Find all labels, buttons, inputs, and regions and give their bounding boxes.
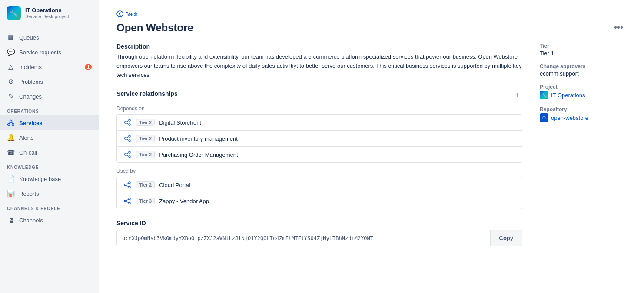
sidebar-item-service-requests[interactable]: 💬 Service requests <box>0 45 99 59</box>
sidebar-item-alerts[interactable]: 🔔 Alerts <box>0 130 99 145</box>
sidebar-label-knowledge-base: Knowledge base <box>19 176 61 182</box>
sidebar-label-queues: Queues <box>19 34 39 41</box>
tier-label: Tier <box>540 43 627 49</box>
sidebar-item-on-call[interactable]: ☎ On-call <box>0 145 99 160</box>
svg-point-13 <box>129 140 130 142</box>
service-row[interactable]: Tier 2 Product inventory management <box>117 131 522 147</box>
description-text: Through open-platform flexibility and ex… <box>116 53 522 79</box>
sidebar-label-services: Services <box>19 120 43 126</box>
sidebar-label-changes: Changes <box>19 93 42 100</box>
svg-line-15 <box>126 139 129 140</box>
service-row[interactable]: Tier 3 Zappy - Vendor App <box>117 193 522 209</box>
svg-point-23 <box>129 186 130 188</box>
svg-point-28 <box>129 202 130 204</box>
svg-point-8 <box>129 124 130 125</box>
svg-point-5 <box>117 11 123 17</box>
used-by-group: Used by Tier 2 Cloud Portal <box>116 168 522 209</box>
repository-name: open-webstore <box>551 115 588 121</box>
more-options-button[interactable]: ••• <box>611 21 627 34</box>
change-approvers-meta: Change approvers ecomm support <box>540 63 627 77</box>
content-left: Description Through open-platform flexib… <box>116 43 522 246</box>
service-id-title: Service ID <box>116 220 522 227</box>
sidebar-nav: ▦ Queues 💬 Service requests △ Incidents … <box>0 26 99 231</box>
sidebar-label-on-call: On-call <box>19 149 37 156</box>
share-icon-2 <box>123 151 132 158</box>
share-icon-3 <box>123 181 132 188</box>
problems-icon: ⊘ <box>7 78 15 86</box>
project-link[interactable]: 🔧 IT Operations <box>540 91 627 99</box>
add-relationship-button[interactable]: + <box>512 90 522 100</box>
service-id-section: Service ID b:YXJpOmNsb3VkOmdyYXBoOjpzZXJ… <box>116 220 522 246</box>
incidents-badge: 1 <box>85 64 92 70</box>
main-content: Back Open Webstore ••• Description Throu… <box>99 0 644 293</box>
channels-section-label: CHANNELS & PEOPLE <box>0 201 99 213</box>
svg-line-14 <box>126 137 129 138</box>
depends-on-label: Depends on <box>116 105 522 112</box>
sidebar-label-incidents: Incidents <box>19 64 42 70</box>
service-tier-4: Tier 3 <box>136 198 155 204</box>
project-label: Project <box>540 84 627 90</box>
reports-icon: 📊 <box>7 190 15 198</box>
knowledge-section-label: KNOWLEDGE <box>0 160 99 171</box>
used-by-label: Used by <box>116 168 522 174</box>
repository-meta: Repository ⬡ open-webstore <box>540 106 627 122</box>
tier-value: Tier 1 <box>540 50 627 56</box>
project-avatar: 🔧 <box>540 91 548 99</box>
svg-line-4 <box>11 122 13 124</box>
service-row[interactable]: Tier 2 Purchasing Order Management <box>117 147 522 162</box>
svg-line-10 <box>126 123 129 124</box>
knowledge-base-icon: 📄 <box>7 175 15 183</box>
sidebar-label-channels: Channels <box>19 217 43 224</box>
copy-button[interactable]: Copy <box>490 230 522 246</box>
sidebar-item-reports[interactable]: 📊 Reports <box>0 186 99 201</box>
svg-point-0 <box>10 120 12 122</box>
repository-link[interactable]: ⬡ open-webstore <box>540 113 627 122</box>
depends-on-group: Depends on Tier 2 Digital Storefront <box>116 105 522 163</box>
svg-point-26 <box>129 198 130 200</box>
service-relationships-header: Service relationships + <box>116 90 522 100</box>
on-call-icon: ☎ <box>7 148 15 156</box>
sidebar-item-incidents[interactable]: △ Incidents 1 <box>0 59 99 74</box>
svg-point-7 <box>124 122 126 123</box>
share-icon-1 <box>123 135 132 142</box>
project-name: IT Operations <box>551 92 585 99</box>
sidebar-item-queues[interactable]: ▦ Queues <box>0 30 99 45</box>
sidebar-item-knowledge-base[interactable]: 📄 Knowledge base <box>0 171 99 186</box>
sidebar-item-problems[interactable]: ⊘ Problems <box>0 74 99 89</box>
sidebar-item-channels[interactable]: 🖥 Channels <box>0 213 99 227</box>
sidebar-label-problems: Problems <box>19 79 43 85</box>
change-approvers-label: Change approvers <box>540 63 627 69</box>
service-relationships-title: Service relationships <box>116 90 178 97</box>
service-row[interactable]: Tier 2 Cloud Portal <box>117 177 522 193</box>
svg-point-16 <box>129 151 130 153</box>
back-link[interactable]: Back <box>116 10 627 17</box>
sidebar-item-changes[interactable]: ✎ Changes <box>0 89 99 104</box>
content-grid: Description Through open-platform flexib… <box>116 43 627 246</box>
sidebar: 🔧 IT Operations Service Desk project ▦ Q… <box>0 0 99 293</box>
services-icon <box>7 119 15 127</box>
channels-icon: 🖥 <box>7 216 15 224</box>
svg-line-24 <box>126 183 129 184</box>
svg-line-9 <box>126 121 129 122</box>
queues-icon: ▦ <box>7 33 15 41</box>
incidents-icon: △ <box>7 63 15 71</box>
svg-line-19 <box>126 153 129 154</box>
service-id-box: b:YXJpOmNsb3VkOmdyYXBoOjpzZXJ2aWNlLzJlNj… <box>116 230 522 246</box>
operations-section-label: OPERATIONS <box>0 104 99 115</box>
right-panel: Tier Tier 1 Change approvers ecomm suppo… <box>540 43 627 246</box>
svg-point-27 <box>124 200 126 202</box>
svg-line-3 <box>9 122 11 124</box>
sidebar-item-services[interactable]: Services <box>0 115 99 130</box>
svg-point-17 <box>124 154 126 155</box>
service-tier-2: Tier 2 <box>136 151 155 158</box>
service-row[interactable]: Tier 2 Digital Storefront <box>117 115 522 131</box>
repository-label: Repository <box>540 106 627 112</box>
service-tier-1: Tier 2 <box>136 135 155 142</box>
share-icon-4 <box>123 198 132 204</box>
svg-line-29 <box>126 199 129 201</box>
service-requests-icon: 💬 <box>7 48 15 56</box>
svg-point-2 <box>12 124 14 126</box>
svg-point-18 <box>129 156 130 158</box>
svg-point-21 <box>129 182 130 184</box>
svg-point-22 <box>124 184 126 186</box>
